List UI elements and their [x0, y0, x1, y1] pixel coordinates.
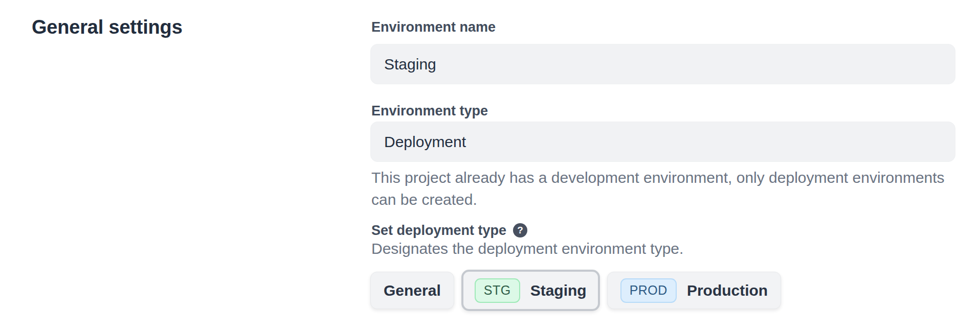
settings-form: Environment name Environment type This p…: [370, 0, 955, 333]
set-deployment-type-row: Set deployment type ?: [371, 223, 527, 238]
environment-type-help-text: This project already has a development e…: [371, 167, 956, 210]
deployment-type-option-staging[interactable]: STG Staging: [461, 270, 600, 311]
general-settings-page: General settings Environment name Enviro…: [0, 0, 980, 333]
environment-name-label: Environment name: [371, 19, 496, 35]
deployment-type-description: Designates the deployment environment ty…: [371, 240, 683, 257]
deployment-type-option-staging-label: Staging: [530, 282, 587, 299]
deployment-type-option-production[interactable]: PROD Production: [607, 272, 782, 309]
page-title: General settings: [32, 16, 183, 38]
environment-type-label: Environment type: [371, 103, 488, 118]
deployment-type-options: General STG Staging PROD Production: [370, 270, 781, 311]
set-deployment-type-label: Set deployment type: [371, 223, 506, 238]
deployment-type-option-general-label: General: [384, 282, 441, 299]
stg-badge: STG: [475, 278, 520, 303]
deployment-type-option-general[interactable]: General: [370, 272, 454, 309]
environment-type-input[interactable]: [370, 122, 955, 162]
environment-name-input[interactable]: [370, 44, 955, 84]
question-mark-icon[interactable]: ?: [513, 223, 527, 237]
deployment-type-option-production-label: Production: [687, 282, 768, 299]
prod-badge: PROD: [620, 278, 677, 303]
